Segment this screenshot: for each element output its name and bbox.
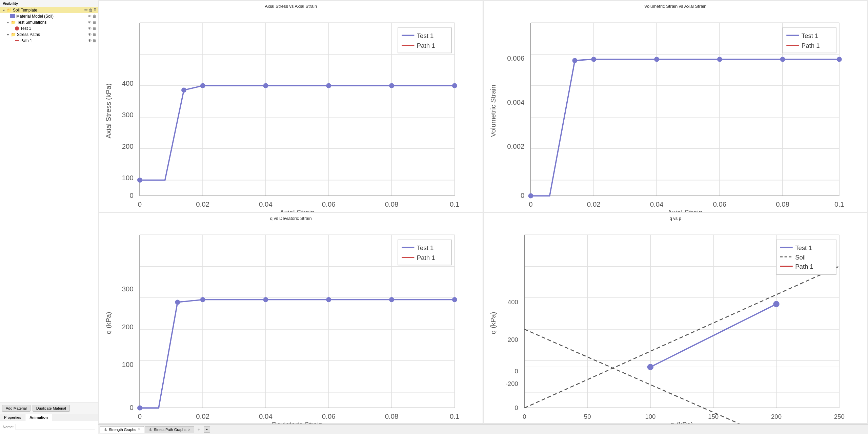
eye-icon-6[interactable]: 👁	[88, 38, 92, 43]
toggle-soil-template[interactable]: ▾	[1, 8, 6, 12]
tree-stress-paths[interactable]: ▾ 📁 Stress Paths 👁 🗑	[0, 32, 98, 38]
eye-icon-5[interactable]: 👁	[88, 32, 92, 37]
svg-text:0.06: 0.06	[322, 201, 336, 208]
delete-icon-4[interactable]: 🗑	[93, 26, 97, 31]
tree-panel: Visibility ▾ 📁 Soil Template 👁 🗑 ⠿ ▾ Mat…	[0, 0, 98, 402]
tab-animation[interactable]: Animation	[25, 414, 52, 421]
tab-properties[interactable]: Properties	[0, 414, 25, 421]
tree-test-simulations[interactable]: ▾ 📁 Test Simulations 👁 🗑	[0, 19, 98, 25]
tree-soil-template[interactable]: ▾ 📁 Soil Template 👁 🗑 ⠿	[0, 7, 98, 13]
eye-icon[interactable]: 👁	[84, 8, 88, 13]
soil-template-label: Soil Template	[13, 8, 84, 13]
svg-text:0: 0	[129, 404, 133, 411]
chart2-svg: 0 0.002 0.004 0.006 0 0.02 0.04 0.06 0.0…	[484, 10, 867, 212]
svg-text:0.06: 0.06	[713, 201, 726, 208]
svg-point-72	[780, 57, 785, 62]
chart4-svg: 0 0 200 400 -200 0 50 100 150 200 250 p …	[484, 222, 867, 424]
material-model-label: Material Model (Soil)	[16, 14, 88, 19]
svg-text:Test 1: Test 1	[417, 32, 434, 39]
delete-icon-5[interactable]: 🗑	[93, 32, 97, 37]
svg-text:0.02: 0.02	[196, 412, 209, 420]
path1-icon	[15, 40, 19, 41]
tree-path1[interactable]: ▾ Path 1 👁 🗑	[0, 38, 98, 44]
tab-strength-graphs[interactable]: Strength Graphs ✕	[100, 426, 144, 433]
tab-stress-path-graphs[interactable]: Stress Path Graphs ✕	[145, 426, 194, 433]
chart4-title: q vs p	[484, 213, 867, 222]
delete-icon[interactable]: 🗑	[89, 8, 93, 13]
svg-text:250: 250	[834, 413, 844, 420]
svg-point-149	[647, 364, 653, 370]
eye-icon-3[interactable]: 👁	[88, 20, 92, 25]
delete-icon-6[interactable]: 🗑	[93, 38, 97, 43]
svg-point-31	[263, 83, 268, 88]
stress-paths-label: Stress Paths	[17, 32, 88, 37]
drag-icon[interactable]: ⠿	[94, 8, 97, 13]
svg-text:0: 0	[521, 192, 524, 199]
svg-point-28	[137, 178, 142, 183]
tab2-close[interactable]: ✕	[188, 428, 190, 432]
add-material-button[interactable]: Add Material	[2, 405, 31, 412]
svg-text:-200: -200	[505, 380, 518, 387]
svg-text:200: 200	[507, 336, 518, 343]
svg-text:0.08: 0.08	[385, 201, 399, 208]
svg-text:0.04: 0.04	[259, 412, 272, 420]
svg-point-73	[836, 57, 842, 62]
svg-line-147	[524, 266, 839, 408]
svg-text:Soil: Soil	[795, 253, 806, 261]
chart1-svg: 0 100 200 300 400 0 0.02 0.04 0.06 0.08 …	[99, 10, 483, 212]
svg-text:0: 0	[529, 201, 532, 208]
delete-icon-3[interactable]: 🗑	[93, 20, 97, 25]
svg-text:Test 1: Test 1	[801, 32, 818, 39]
charts-grid: Axial Stress vs Axial Strain	[98, 0, 868, 425]
svg-text:0.1: 0.1	[834, 201, 844, 208]
toggle-stress-paths[interactable]: ▾	[5, 33, 10, 37]
add-tab-button[interactable]: +	[195, 426, 203, 433]
svg-text:100: 100	[122, 361, 134, 368]
svg-text:Path 1: Path 1	[801, 42, 820, 49]
svg-text:0.06: 0.06	[322, 412, 336, 420]
svg-text:Path 1: Path 1	[417, 42, 435, 49]
test-sims-folder-icon: 📁	[10, 20, 16, 25]
soil-template-actions: 👁 🗑 ⠿	[84, 8, 97, 13]
chart-q-p: q vs p	[484, 213, 868, 424]
material-model-actions: 👁 🗑	[88, 14, 97, 19]
stress-paths-actions: 👁 🗑	[88, 32, 97, 37]
eye-icon-2[interactable]: 👁	[88, 14, 92, 19]
name-input[interactable]: Soil Template	[16, 424, 95, 430]
tab1-close[interactable]: ✕	[138, 428, 140, 431]
svg-point-33	[389, 83, 394, 88]
svg-point-30	[200, 83, 205, 88]
svg-rect-159	[105, 428, 106, 431]
svg-text:Axial Strain: Axial Strain	[280, 209, 315, 212]
toggle-test-sims[interactable]: ▾	[5, 21, 10, 24]
svg-text:Path 1: Path 1	[417, 254, 435, 261]
svg-point-68	[572, 58, 577, 63]
eye-icon-4[interactable]: 👁	[88, 26, 92, 31]
test-sims-actions: 👁 🗑	[88, 20, 97, 25]
svg-point-71	[717, 57, 722, 62]
svg-text:0: 0	[514, 404, 518, 411]
svg-text:q (kPa): q (kPa)	[105, 312, 112, 334]
svg-rect-161	[149, 429, 149, 431]
svg-rect-163	[152, 430, 152, 431]
svg-text:300: 300	[122, 285, 134, 293]
svg-point-107	[175, 299, 180, 305]
svg-text:Path 1: Path 1	[795, 263, 813, 270]
svg-text:100: 100	[122, 174, 134, 182]
duplicate-material-button[interactable]: Duplicate Material	[33, 405, 70, 412]
chart3-title: q vs Deviatoric Strain	[99, 213, 483, 222]
svg-point-111	[389, 297, 394, 302]
tree-test1[interactable]: ▾ Test 1 👁 🗑	[0, 25, 98, 32]
svg-text:Axial Stress (kPa): Axial Stress (kPa)	[105, 83, 112, 138]
svg-point-108	[200, 297, 205, 302]
delete-icon-2[interactable]: 🗑	[93, 14, 97, 19]
svg-text:0.006: 0.006	[507, 55, 524, 62]
svg-text:p (kPa): p (kPa)	[670, 420, 693, 423]
svg-text:Volumetric Strain: Volumetric Strain	[489, 85, 497, 137]
svg-text:0.02: 0.02	[587, 201, 600, 208]
tree-material-model[interactable]: ▾ Material Model (Soil) 👁 🗑	[0, 13, 98, 19]
tab-arrow-button[interactable]: ▾	[204, 426, 210, 433]
svg-point-109	[263, 297, 268, 302]
chart3-svg: 0 100 200 300 0 0.02 0.04 0.06 0.08 0.1 …	[99, 222, 483, 424]
svg-point-69	[591, 57, 596, 62]
